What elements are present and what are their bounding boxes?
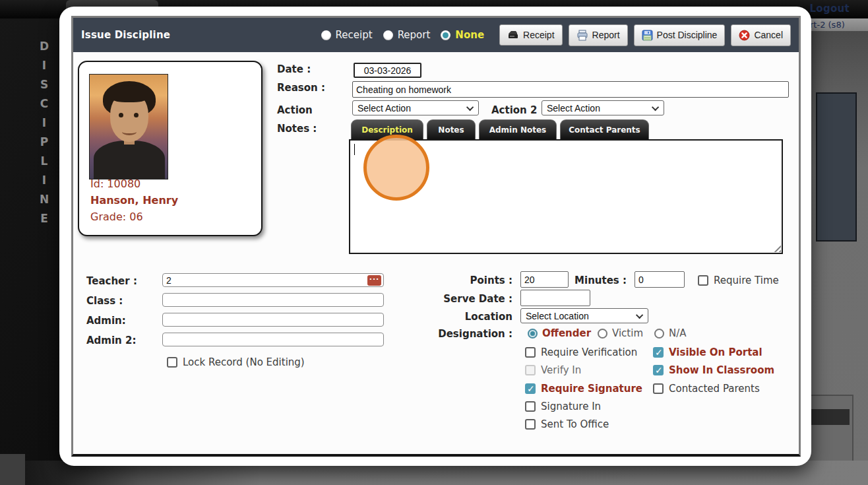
designation-na[interactable]: N/A (654, 327, 687, 339)
contacted-parents-checkbox[interactable] (653, 383, 664, 394)
visible-on-portal-row[interactable]: Visible On Portal (653, 346, 762, 358)
print-mode-radio-group: Receipt Report None (321, 29, 484, 41)
report-button[interactable]: Report (569, 24, 628, 46)
require-signature-row[interactable]: Require Signature (525, 383, 642, 395)
receipt-printer-icon (507, 30, 519, 40)
signature-in-checkbox[interactable] (525, 401, 536, 412)
designation-offender[interactable]: Offender (528, 327, 591, 339)
teacher-input[interactable] (162, 273, 384, 287)
cancel-button[interactable]: Cancel (731, 24, 791, 46)
dialog-header: Issue Discipline Receipt Report None (73, 18, 799, 52)
serve-date-label: Serve Date : (414, 293, 512, 305)
action-select[interactable]: Select Action (352, 100, 479, 115)
sent-to-office-checkbox[interactable] (525, 419, 536, 430)
radio-report-circle[interactable] (383, 30, 393, 40)
student-photo (89, 74, 168, 179)
dialog-title: Issue Discipline (81, 29, 170, 41)
student-card: Id: 10080 Hanson, Henry Grade: 06 (78, 61, 263, 236)
sent-to-office-row[interactable]: Sent To Office (525, 418, 609, 430)
action2-select[interactable]: Select Action (542, 100, 664, 115)
chevron-down-icon (636, 311, 643, 318)
action2-label: Action 2 (491, 104, 537, 116)
reason-label: Reason : (277, 82, 325, 94)
save-icon (642, 30, 653, 41)
student-grade: Grade: 06 (90, 209, 178, 225)
resize-grip[interactable] (774, 245, 781, 252)
date-label: Date : (277, 63, 311, 75)
require-signature-checkbox[interactable] (525, 383, 536, 394)
tab-admin-notes[interactable]: Admin Notes (479, 119, 557, 139)
background-corner-block (0, 454, 25, 485)
logout-link[interactable]: Logout (809, 3, 850, 15)
page-background: Logout rt-2 (s8) DISCIPLINE Issue Discip… (0, 0, 868, 485)
radio-receipt-circle[interactable] (321, 30, 331, 40)
receipt-button[interactable]: Receipt (499, 24, 562, 46)
admin2-input[interactable] (162, 333, 384, 346)
issue-discipline-dialog: Issue Discipline Receipt Report None (59, 7, 811, 466)
na-radio[interactable] (654, 329, 664, 339)
radio-none-circle[interactable] (441, 30, 450, 40)
click-indicator (363, 135, 429, 201)
action-label: Action (277, 104, 313, 116)
background-panel (816, 92, 857, 242)
printer-icon (576, 30, 588, 41)
student-id: Id: 10080 (90, 176, 178, 192)
visible-on-portal-checkbox[interactable] (653, 347, 664, 358)
chevron-down-icon (466, 103, 474, 110)
admin-label: Admin: (86, 315, 126, 327)
victim-radio[interactable] (598, 329, 607, 339)
notes-label: Notes : (277, 123, 317, 135)
designation-victim[interactable]: Victim (598, 327, 643, 339)
verify-in-checkbox[interactable] (525, 365, 536, 375)
require-verification-checkbox[interactable] (525, 347, 536, 358)
date-input[interactable] (354, 63, 421, 78)
verify-in-row[interactable]: Verify In (525, 364, 581, 376)
tab-notes[interactable]: Notes (427, 119, 476, 139)
dialog-body: Id: 10080 Hanson, Henry Grade: 06 Date :… (73, 52, 799, 454)
minutes-input[interactable] (635, 271, 685, 288)
dialog-frame: Issue Discipline Receipt Report None (71, 16, 801, 457)
cancel-icon (739, 30, 750, 41)
signature-in-row[interactable]: Signature In (525, 401, 601, 412)
minutes-label: Minutes : (528, 275, 627, 286)
class-input[interactable] (162, 293, 384, 307)
student-info: Id: 10080 Hanson, Henry Grade: 06 (90, 176, 178, 225)
require-time-checkbox[interactable] (698, 275, 708, 286)
discipline-vertical-label: DISCIPLINE (38, 40, 51, 231)
student-name: Hanson, Henry (90, 192, 178, 209)
admin2-label: Admin 2: (86, 335, 136, 346)
offender-radio[interactable] (528, 329, 538, 339)
chevron-down-icon (652, 103, 659, 110)
require-time-checkbox-row[interactable]: Require Time (698, 275, 779, 286)
reason-input[interactable] (352, 81, 789, 98)
serve-date-input[interactable] (520, 290, 590, 306)
points-label: Points : (414, 275, 512, 286)
tab-contact-parents[interactable]: Contact Parents (560, 119, 649, 139)
radio-report[interactable]: Report (383, 29, 431, 41)
location-label: Location (414, 311, 512, 323)
radio-receipt[interactable]: Receipt (321, 29, 373, 41)
designation-label: Designation : (414, 328, 512, 340)
teacher-label: Teacher : (86, 275, 137, 287)
location-select[interactable]: Select Location (520, 308, 648, 323)
admin-input[interactable] (162, 313, 384, 327)
show-in-classroom-row[interactable]: Show In Classroom (653, 364, 774, 376)
show-in-classroom-checkbox[interactable] (653, 365, 664, 375)
report-tab-label[interactable]: rt-2 (s8) (810, 20, 845, 30)
require-verification-row[interactable]: Require Verification (525, 346, 637, 358)
radio-none[interactable]: None (441, 29, 484, 41)
post-discipline-button[interactable]: Post Discipline (634, 24, 726, 46)
class-label: Class : (86, 295, 123, 307)
text-caret (354, 144, 355, 155)
lock-record-checkbox-row[interactable]: Lock Record (No Editing) (167, 356, 305, 368)
lock-record-checkbox[interactable] (167, 357, 177, 368)
teacher-lookup-icon[interactable]: ··· (367, 275, 381, 286)
contacted-parents-row[interactable]: Contacted Parents (653, 383, 760, 395)
